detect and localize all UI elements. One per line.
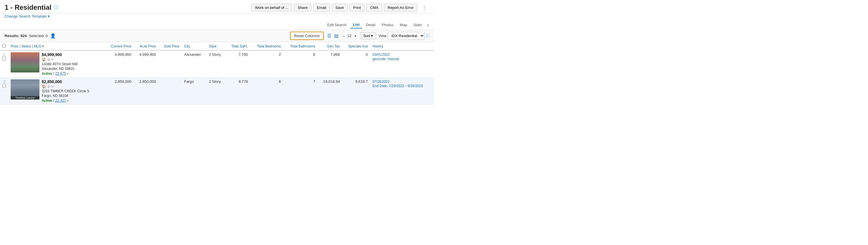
email-button[interactable]: Email — [313, 4, 330, 11]
thumb-label-1: Timeless Luxury! — [11, 96, 39, 100]
col-header-sqft[interactable]: Total SqFt. — [226, 42, 250, 50]
row-city-0: Alexander — [182, 50, 207, 78]
sort-button[interactable]: Sort ▾ — [360, 32, 376, 39]
col-header-sold-price[interactable]: Sold Price — [158, 42, 182, 50]
view-info-icon[interactable]: ⓘ — [426, 33, 429, 38]
subtitle-bar: Change Search Template ▾ — [0, 13, 434, 20]
col-header-gen-tax[interactable]: Gen Tax — [317, 42, 342, 50]
results-table-wrap: Price | Status | MLS # Current Price ▾Li… — [0, 42, 434, 105]
tab-stats[interactable]: Stats — [410, 22, 425, 28]
row-style-1: 2 Story — [207, 78, 226, 105]
select-all-checkbox[interactable] — [2, 44, 6, 47]
tab-detail[interactable]: Detail — [363, 22, 378, 28]
tab-photos[interactable]: Photos — [379, 22, 396, 28]
info-icon[interactable]: ⓘ — [54, 5, 58, 11]
row-bedrooms-1: 6 — [250, 78, 283, 105]
row-gen-tax-1: 19,018.94 — [317, 78, 342, 105]
page-title: 1 - Residential — [5, 3, 52, 11]
cma-button[interactable]: CMA — [366, 4, 382, 11]
print-button[interactable]: Print — [349, 4, 365, 11]
more-options-button[interactable]: ⋮ — [419, 3, 429, 12]
view-label: View — [378, 34, 386, 38]
header-left: 1 - Residential ⓘ — [5, 3, 58, 11]
view-select-wrap: View IDX Residential ⓘ — [378, 32, 429, 40]
change-search-link[interactable]: Change Search Template ▾ — [5, 14, 50, 19]
history-date-1[interactable]: 07/26/2022 — [372, 80, 390, 84]
dropdown-icon-0[interactable]: ▾ — [67, 72, 68, 75]
col-header-current-price[interactable]: Current Price — [105, 42, 133, 50]
history-date-0[interactable]: 03/01/2022 — [372, 53, 390, 57]
property-action-icons-0: 🏠 ⊘ ✏ — [42, 58, 78, 62]
row-listing-1: Timeless Luxury! $2,850,000 🏠 ⊘ ✏ 3253 T… — [8, 78, 105, 105]
toolbar: Results: 924 Selected: 0 👤 Reset Columns… — [0, 30, 434, 42]
row-specials-inst-0: 0 — [342, 50, 370, 78]
property-price-1: $2,850,000 — [42, 79, 89, 84]
count-number: 12 — [346, 34, 352, 38]
selected-count: 0 — [45, 34, 48, 38]
row-gen-tax-0: 7,868 — [317, 50, 342, 78]
edit-icon-1[interactable]: ✏ — [51, 84, 54, 89]
results-table: Price | Status | MLS # Current Price ▾Li… — [0, 42, 434, 105]
cancel-icon-1[interactable]: ⊘ — [47, 84, 50, 89]
row-specials-inst-1: 9,619.7 — [342, 78, 370, 105]
user-icon[interactable]: 👤 — [50, 33, 56, 38]
property-mls-0[interactable]: 22-675 — [55, 72, 66, 76]
row-list-price-0: 4,999,900 — [133, 50, 158, 78]
col-header-bathrooms[interactable]: Total Bathrooms — [283, 42, 317, 50]
tab-map[interactable]: Map — [397, 22, 410, 28]
row-checkbox-0[interactable] — [2, 57, 6, 60]
col-header-city[interactable]: City — [182, 42, 207, 50]
share-button[interactable]: Share — [294, 4, 311, 11]
col-header-bedrooms[interactable]: Total Bedrooms — [250, 42, 283, 50]
results-label: Results: — [5, 34, 19, 38]
cancel-icon-0[interactable]: ⊘ — [47, 58, 50, 62]
property-price-0: $4,999,900 — [42, 53, 78, 57]
property-address-0: 14388 45TH Street NW — [42, 62, 78, 66]
edit-icon-0[interactable]: ✏ — [51, 58, 54, 62]
row-bathrooms-0: 8 — [283, 50, 317, 78]
page-header: 1 - Residential ⓘ Work on behalf of ... … — [0, 0, 434, 13]
property-city-state-1: Fargo, ND 58104 — [42, 94, 89, 98]
row-number-1: 2 — [3, 80, 5, 83]
view-toggle-icons: ☰ ▤ — [326, 33, 340, 39]
sort-label: Sort — [363, 34, 370, 38]
row-checkbox-cell-0[interactable]: 1 — [0, 50, 8, 78]
home-icon-1[interactable]: 🏠 — [42, 84, 46, 89]
row-checkbox-cell-1[interactable]: 2 — [0, 78, 8, 105]
results-info: Results: 924 — [5, 34, 27, 38]
row-checkbox-1[interactable] — [2, 84, 6, 88]
property-thumbnail-0[interactable] — [11, 53, 39, 72]
property-mls-1[interactable]: 22-327 — [55, 99, 66, 103]
home-icon-0[interactable]: 🏠 — [42, 58, 46, 62]
history-detail-0: geocode: manual — [372, 57, 399, 61]
list-view-icon[interactable]: ▤ — [333, 33, 340, 39]
col-header-style[interactable]: Style — [207, 42, 226, 50]
sort-chevron-icon: ▾ — [371, 34, 373, 38]
col-header-specials[interactable]: Specials Inst — [342, 42, 370, 50]
reset-columns-button[interactable]: Reset Columns — [290, 32, 324, 40]
history-detail-1: End Date: 7/29/2022→9/26/2022 — [372, 84, 423, 88]
dropdown-icon-1[interactable]: ▾ — [67, 99, 68, 102]
tab-list[interactable]: List — [350, 21, 362, 29]
col-header-list-price[interactable]: ▾List Price — [133, 42, 158, 50]
tab-collapse-icon[interactable]: ∧ — [427, 23, 429, 27]
count-increase-button[interactable]: + — [353, 34, 358, 38]
select-all-checkbox-header[interactable] — [0, 42, 8, 50]
col-header-history[interactable]: History — [370, 42, 434, 50]
row-number-0: 1 — [3, 53, 5, 56]
property-status-mls-0: Active / 22-675 ▾ — [42, 71, 78, 76]
property-thumbnail-1[interactable]: Timeless Luxury! — [11, 79, 39, 100]
property-status-1: Active — [42, 99, 52, 103]
view-select[interactable]: IDX Residential — [388, 32, 425, 40]
work-on-behalf-button[interactable]: Work on behalf of ... — [251, 4, 292, 11]
tab-edit-search[interactable]: Edit Search — [324, 22, 349, 28]
property-status-mls-1: Active / 22-327 ▾ — [42, 98, 89, 103]
save-button[interactable]: Save — [332, 4, 348, 11]
col-header-listing[interactable]: Price | Status | MLS # — [8, 42, 105, 50]
count-decrease-button[interactable]: - — [342, 34, 346, 38]
report-error-button[interactable]: Report An Error — [384, 4, 417, 11]
list-view-compact-icon[interactable]: ☰ — [326, 33, 332, 39]
row-bathrooms-1: 7 — [283, 78, 317, 105]
row-list-price-1: 2,850,000 — [133, 78, 158, 105]
row-current-price-1: 2,850,000 — [105, 78, 133, 105]
